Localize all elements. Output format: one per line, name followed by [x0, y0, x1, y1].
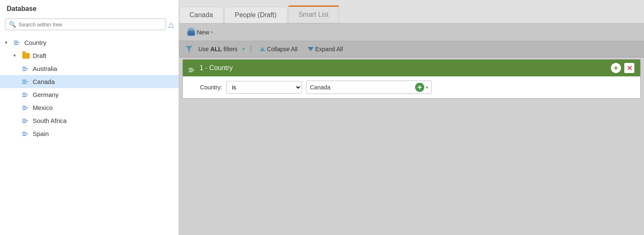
filter-row-0: Country: is is not contains Canada + ▾	[183, 76, 640, 98]
expand-all-label: Expand All	[315, 46, 343, 52]
smartlist-spain-icon	[22, 131, 30, 137]
chevron-country: ▾	[5, 40, 11, 45]
filter-value-add-button[interactable]: +	[415, 83, 424, 92]
chevron-draft: ▾	[13, 53, 19, 58]
sidebar-item-spain[interactable]: Spain	[0, 127, 179, 140]
new-button[interactable]: New ▾	[185, 27, 216, 37]
smartlist-australia-icon	[22, 65, 30, 72]
sidebar-search-row: 🔍 △	[0, 16, 179, 33]
sidebar-item-label-country: Country	[24, 39, 47, 46]
main-content: Canada People (Draft) Smart List New ▾ U…	[179, 0, 644, 235]
sidebar-item-label-germany: Germany	[33, 91, 59, 98]
sidebar-item-draft[interactable]: ▾ Draft	[0, 49, 179, 62]
new-dropdown-arrow: ▾	[211, 30, 213, 34]
filter-content: 1 - Country + ✕ Country: is is not conta…	[179, 57, 644, 235]
search-icon: 🔍	[9, 21, 16, 28]
sidebar-item-label-draft: Draft	[33, 52, 47, 59]
filter-dropdown-arrow[interactable]: ▾	[242, 46, 245, 52]
filter-value-box: Canada + ▾	[306, 81, 432, 94]
expand-all-button[interactable]: Expand All	[305, 44, 345, 54]
filter-group-header-left: 1 - Country	[189, 63, 233, 73]
filter-group-smartlist-icon	[189, 63, 196, 73]
sidebar: Database 🔍 △ ▾ Country ▾ Draft	[0, 0, 179, 235]
toolbar: New ▾	[179, 24, 644, 41]
filter-header-icons: + ✕	[611, 63, 634, 73]
smartlist-canada-icon	[22, 78, 30, 85]
expand-triangle-icon	[308, 47, 314, 51]
sidebar-title: Database	[0, 0, 179, 16]
collapse-triangle-icon	[260, 47, 265, 51]
filter-divider: |	[250, 45, 252, 53]
filter-value-dropdown-arrow[interactable]: ▾	[426, 85, 428, 90]
filter-bar-icon	[185, 45, 193, 53]
collapse-all-button[interactable]: Collapse All	[257, 44, 300, 54]
svg-marker-0	[186, 46, 192, 52]
tree-area: ▾ Country ▾ Draft Australia Ca	[0, 33, 179, 235]
sidebar-item-label-mexico: Mexico	[33, 104, 53, 111]
filter-funnel-icon[interactable]: △	[169, 21, 174, 29]
filter-group-title: 1 - Country	[200, 64, 233, 72]
tabs-bar: Canada People (Draft) Smart List	[179, 0, 644, 24]
search-input[interactable]	[18, 21, 162, 28]
filter-group-country: 1 - Country + ✕ Country: is is not conta…	[182, 59, 641, 99]
sidebar-item-mexico[interactable]: Mexico	[0, 101, 179, 114]
sidebar-item-label-canada: Canada	[33, 78, 55, 85]
new-label: New	[197, 29, 209, 36]
smartlist-germany-icon	[22, 91, 30, 98]
tab-smart-list[interactable]: Smart List	[288, 5, 339, 23]
filter-value-right: + ▾	[415, 83, 428, 92]
sidebar-item-label-australia: Australia	[33, 65, 57, 72]
collapse-all-label: Collapse All	[267, 46, 298, 52]
sidebar-item-south-africa[interactable]: South Africa	[0, 114, 179, 127]
smartlist-south-africa-icon	[22, 118, 30, 124]
sidebar-item-label-south-africa: South Africa	[33, 117, 67, 124]
filter-operator-select[interactable]: is is not contains	[226, 81, 302, 94]
smartlist-mexico-icon	[22, 104, 30, 111]
filter-row-label: Country:	[189, 84, 222, 91]
sidebar-item-australia[interactable]: Australia	[0, 62, 179, 75]
sidebar-item-germany[interactable]: Germany	[0, 88, 179, 101]
search-box: 🔍	[5, 18, 166, 30]
filter-group-add-button[interactable]: +	[611, 63, 621, 73]
filter-group-close-button[interactable]: ✕	[624, 63, 634, 73]
database-icon	[187, 29, 195, 36]
sidebar-item-label-spain: Spain	[33, 130, 49, 137]
folder-draft-icon	[22, 52, 30, 59]
filter-group-header: 1 - Country + ✕	[183, 60, 640, 76]
filter-bar: Use ALL filters ▾ | Collapse All Expand …	[179, 41, 644, 57]
filter-use-text: Use ALL filters	[198, 46, 237, 52]
filter-value-text: Canada	[310, 84, 330, 91]
tab-people-draft[interactable]: People (Draft)	[224, 7, 287, 23]
sidebar-item-country[interactable]: ▾ Country	[0, 36, 179, 49]
tab-canada[interactable]: Canada	[179, 7, 223, 23]
sidebar-item-canada[interactable]: Canada	[0, 75, 179, 88]
smartlist-country-icon	[13, 39, 22, 46]
